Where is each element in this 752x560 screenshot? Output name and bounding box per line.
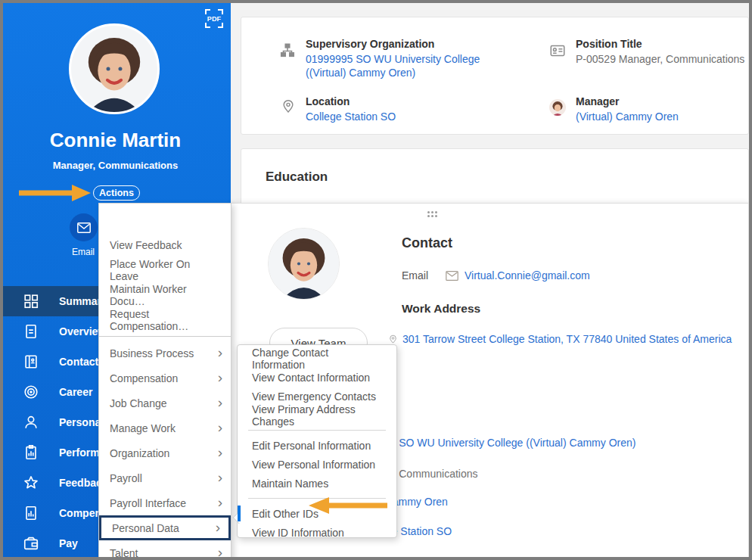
actions-button[interactable]: Actions [93, 185, 140, 201]
education-section: Education [241, 148, 749, 209]
actions-dropdown-menu: View Feedback Place Worker On Leave Main… [98, 203, 232, 560]
widget-profile-photo [268, 228, 340, 300]
work-address-heading: Work Address [402, 302, 480, 316]
position-title-item: Position Title P-00529 Manager, Communic… [549, 38, 750, 66]
location-label: Location [306, 95, 396, 107]
menu-item-job-change[interactable]: Job Change› [99, 390, 231, 415]
submenu-item-change-contact-information[interactable]: Change Contact Information [238, 349, 396, 368]
position-title-label: Position Title [576, 38, 750, 50]
worker-profile-page: PDF Connie Martin Manager, Communication… [0, 0, 752, 560]
email-link[interactable]: Virtual.Connie@gmail.com [465, 269, 590, 282]
sidebar-item-label: Personal [59, 416, 104, 428]
email-label: Email [402, 269, 446, 282]
menu-item-organization[interactable]: Organization› [99, 440, 231, 465]
bar-document-icon [23, 505, 39, 521]
menu-item-label: Organization [110, 447, 169, 459]
menu-item-payroll-interface[interactable]: Payroll Interface› [99, 490, 231, 515]
profile-photo [69, 23, 160, 114]
menu-item-place-worker-on-leave[interactable]: Place Worker On Leave [99, 257, 231, 282]
person-job-title: Manager, Communications [0, 160, 231, 171]
menu-divider [99, 336, 231, 337]
pdf-export-icon[interactable]: PDF [205, 9, 223, 28]
sidebar-item-label: Contact [59, 356, 98, 368]
chevron-right-icon: › [218, 494, 222, 511]
grid-icon [23, 293, 39, 310]
drag-handle[interactable] [427, 211, 437, 217]
work-address-link[interactable]: 301 Tarrow Street College Station, TX 77… [402, 333, 732, 345]
person-name: Connie Martin [0, 129, 231, 152]
job-summary-card: Supervisory Organization 01999995 SO WU … [241, 17, 749, 135]
manager-link[interactable]: (Virtual) Cammy Oren [576, 110, 679, 123]
menu-item-compensation[interactable]: Compensation› [99, 366, 231, 390]
profile-photo-image [71, 26, 157, 112]
email-button[interactable] [70, 213, 98, 241]
annotation-arrow-actions [19, 185, 91, 201]
chevron-right-icon: › [218, 344, 222, 361]
person-icon [23, 414, 39, 431]
menu-item-business-process[interactable]: Business Process› [99, 341, 231, 366]
menu-item-personal-data[interactable]: Personal Data› [99, 515, 231, 540]
wallet-icon [23, 535, 39, 552]
chevron-right-icon: › [218, 544, 222, 560]
chevron-right-icon: › [218, 444, 222, 461]
menu-item-label: Personal Data [112, 522, 179, 534]
submenu-item-view-contact-information[interactable]: View Contact Information [238, 368, 396, 387]
chevron-right-icon: › [216, 519, 220, 536]
email-row: EmailVirtual.Connie@gmail.com [402, 269, 590, 282]
document-icon [23, 323, 39, 340]
menu-item-label: Business Process [110, 347, 194, 359]
chevron-right-icon: › [218, 469, 222, 486]
position-title-value: P-00529 Manager, Communications [576, 52, 750, 66]
submenu-item-maintain-names[interactable]: Maintain Names [238, 474, 396, 493]
id-card-icon [549, 42, 566, 59]
menu-item-label: Talent [110, 547, 138, 559]
submenu-item-view-primary-address-changes[interactable]: View Primary Address Changes [238, 406, 396, 425]
envelope-icon [446, 271, 459, 281]
manager-avatar [549, 99, 566, 116]
annotation-arrow-edit-other-ids [309, 497, 387, 514]
supervisory-organization-label: Supervisory Organization [306, 38, 517, 50]
sidebar-item-label: Pay [59, 537, 78, 549]
submenu-divider [248, 430, 386, 431]
chevron-right-icon: › [218, 394, 222, 411]
contact-card-icon [23, 353, 39, 370]
chevron-right-icon: › [218, 369, 222, 386]
location-pin-icon [388, 333, 398, 345]
submenu-item-view-personal-information[interactable]: View Personal Information [238, 455, 396, 474]
star-icon [23, 474, 39, 491]
contact-heading: Contact [402, 235, 452, 251]
education-heading: Education [266, 170, 328, 185]
supervisory-organization-link[interactable]: 01999995 SO WU University College ((Virt… [306, 53, 480, 79]
chevron-right-icon: › [218, 419, 222, 436]
work-address-row: 301 Tarrow Street College Station, TX 77… [388, 333, 732, 345]
submenu-item-view-id-information[interactable]: View ID Information [238, 523, 396, 542]
menu-item-view-feedback[interactable]: View Feedback [99, 232, 231, 257]
menu-item-label: Payroll Interface [110, 497, 186, 509]
manager-item: Manager (Virtual) Cammy Oren [549, 95, 679, 123]
menu-item-manage-work[interactable]: Manage Work› [99, 415, 231, 440]
menu-item-request-compensation[interactable]: Request Compensation… [99, 307, 231, 332]
pdf-icon-label: PDF [205, 15, 223, 23]
menu-item-label: Job Change [110, 397, 167, 409]
sidebar-item-label: Career [59, 386, 92, 398]
email-icon [77, 222, 91, 233]
location-item: Location College Station SO [279, 95, 396, 123]
menu-item-label: Manage Work [110, 422, 176, 434]
supervisory-organization-item: Supervisory Organization 01999995 SO WU … [279, 38, 517, 79]
location-pin-icon [281, 98, 297, 115]
target-icon [23, 384, 39, 400]
menu-item-maintain-worker-documents[interactable]: Maintain Worker Docu… [99, 282, 231, 307]
submenu-item-edit-personal-information[interactable]: Edit Personal Information [238, 436, 396, 455]
menu-item-talent[interactable]: Talent› [99, 540, 231, 560]
menu-item-payroll[interactable]: Payroll› [99, 465, 231, 490]
org-chart-icon [279, 42, 296, 59]
clipboard-chart-icon [23, 444, 39, 461]
menu-item-label: Compensation [110, 372, 178, 384]
menu-item-label: Payroll [110, 472, 142, 484]
manager-label: Manager [576, 95, 679, 107]
location-link[interactable]: College Station SO [306, 110, 396, 123]
